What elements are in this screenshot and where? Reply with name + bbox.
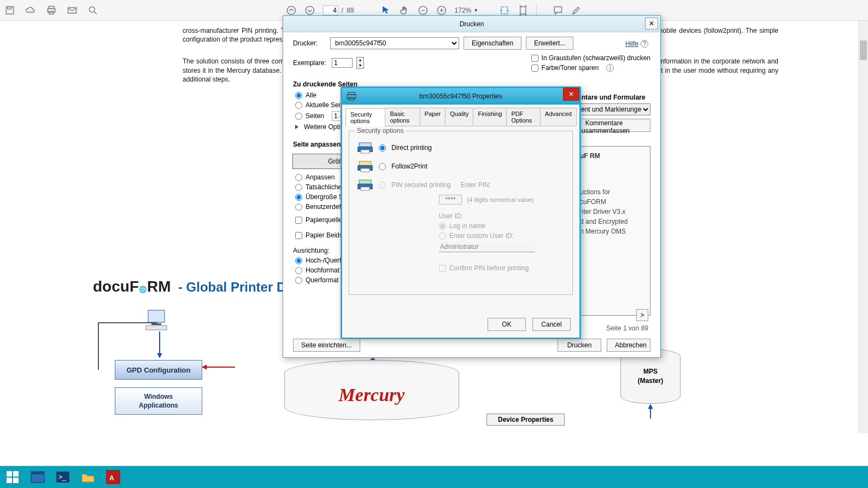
savetoner-checkbox[interactable] [531,65,538,72]
svg-rect-33 [359,180,371,184]
direct-print-icon [357,141,373,154]
cloud-icon[interactable] [25,5,36,16]
custom-userid-input[interactable] [439,242,535,252]
print-button[interactable]: Drucken [558,339,601,352]
comment-icon[interactable] [553,5,564,16]
search-icon[interactable] [87,5,98,16]
direct-printing-radio[interactable] [379,144,386,152]
start-button[interactable] [3,469,22,485]
cancel-button[interactable]: Abbrechen [607,339,650,352]
svg-rect-39 [13,478,19,483]
svg-text:>_: >_ [58,473,66,481]
pin-printing-radio[interactable] [379,182,386,189]
highlight-icon[interactable] [571,5,582,16]
arrow-up-icon [648,404,653,419]
oversize-radio[interactable] [295,194,302,201]
printer-properties-dialog: brn30055c947f50 Properties ✕ Security op… [341,86,581,339]
svg-rect-41 [31,472,44,474]
zoom-level[interactable]: 172% ▼ [455,7,479,14]
svg-point-6 [89,7,95,12]
props-tabstrip: Security options Basic options Paper Qua… [345,108,576,126]
mail-icon[interactable] [67,5,78,16]
pointer-icon[interactable] [380,5,391,16]
tab-security[interactable]: Security options [345,108,385,126]
svg-rect-1 [8,7,11,9]
tab-basic[interactable]: Basic options [385,108,420,126]
preview-next-button[interactable]: > [636,309,648,321]
mercury-cylinder: Mercury [284,360,459,420]
hand-icon[interactable] [399,5,410,16]
print-dialog-titlebar: Drucken ✕ [283,16,660,32]
svg-rect-29 [361,150,370,153]
tab-paper[interactable]: Paper [420,108,445,126]
page-up-icon[interactable] [286,5,297,16]
security-fieldset: Security options Direct printing Follow2… [349,131,573,295]
taskbar-spacer [0,434,868,466]
props-cancel-button[interactable]: Cancel [532,318,571,331]
svg-marker-22 [648,404,653,409]
pin-input[interactable] [439,195,462,205]
pages-range-radio[interactable] [295,113,302,120]
svg-rect-35 [361,187,370,190]
svg-rect-27 [359,143,371,147]
follow2print-icon [357,160,373,173]
print-preview: uF RM uctions for cuFORM nter Driver V3.… [574,146,650,316]
close-button[interactable]: ✕ [645,18,658,30]
svg-rect-11 [501,7,508,14]
save-icon[interactable] [4,5,15,16]
duplex-checkbox[interactable] [295,232,302,239]
printer-label: Drucker: [293,39,326,47]
taskbar-powershell[interactable]: >_ [54,469,72,485]
tab-finishing[interactable]: Finishing [473,108,507,126]
fit-width-icon[interactable] [499,5,510,16]
copies-input[interactable] [332,58,353,68]
orient-auto-radio[interactable] [295,257,302,264]
page-setup-button[interactable]: Seite einrichten... [293,339,360,352]
printer-icon [347,91,356,101]
taskbar-adobe[interactable]: A [104,469,122,485]
printer-select[interactable]: brn30055c947f50 [330,37,459,49]
zoom-out-icon[interactable] [418,5,429,16]
orient-landscape-radio[interactable] [295,277,302,284]
print-icon[interactable] [46,5,57,16]
help-link[interactable]: Hilfe? [625,40,648,48]
props-close-button[interactable]: ✕ [563,88,579,101]
expand-icon[interactable] [295,125,298,129]
page-current-input[interactable] [323,5,338,15]
page-indicator: / 89 [323,5,354,15]
userid-label: User ID: [439,212,568,220]
chevron-down-icon: ▼ [473,8,478,13]
orient-portrait-radio[interactable] [295,267,302,274]
svg-rect-25 [347,95,356,98]
follow2print-radio[interactable] [379,163,386,170]
svg-point-7 [287,6,295,14]
scroll-thumb[interactable] [860,40,867,60]
taskbar-explorer[interactable] [28,469,47,485]
svg-rect-12 [520,7,526,14]
tab-quality[interactable]: Quality [445,108,473,126]
tab-pdf[interactable]: PDF Options [506,108,541,126]
page-down-icon[interactable] [304,5,315,16]
copies-spinner[interactable]: ▲▼ [356,57,364,69]
grayscale-checkbox[interactable] [531,55,538,62]
svg-rect-24 [348,92,355,95]
tab-advanced[interactable]: Advanced [540,108,577,126]
fit-radio[interactable] [295,174,302,181]
zoom-in-icon[interactable] [436,5,447,16]
svg-rect-4 [49,11,54,14]
properties-button[interactable]: Eigenschaften [464,37,521,50]
custom-scale-radio[interactable] [295,204,302,211]
confirm-pin-checkbox[interactable] [439,265,446,272]
login-name-radio[interactable] [439,223,446,230]
actual-radio[interactable] [295,184,302,191]
scrollbar[interactable] [858,21,868,433]
fit-page-icon[interactable] [518,5,529,16]
svg-rect-38 [7,478,12,483]
pages-current-radio[interactable] [295,102,302,109]
props-ok-button[interactable]: OK [488,318,526,331]
papersource-checkbox[interactable] [295,217,302,224]
pages-all-radio[interactable] [295,92,302,99]
custom-userid-radio[interactable] [439,233,446,240]
taskbar-files[interactable] [79,469,97,485]
advanced-button[interactable]: Erweitert... [526,37,573,50]
